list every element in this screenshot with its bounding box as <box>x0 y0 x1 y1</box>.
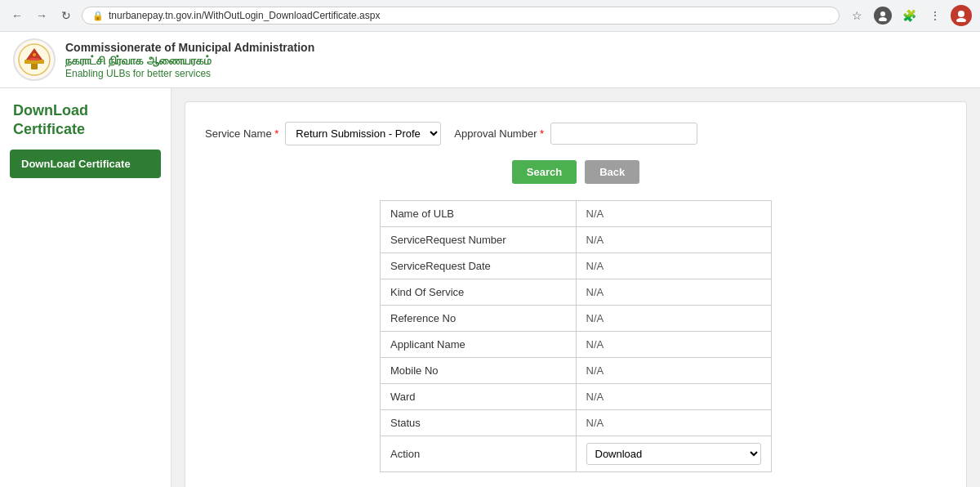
profile-icon-btn[interactable] <box>872 5 893 26</box>
address-bar[interactable]: 🔒 tnurbanepay.tn.gov.in/WithOutLogin_Dow… <box>82 7 840 25</box>
main-content: Service Name * Return Submission - Profe… <box>172 88 980 487</box>
svg-point-9 <box>33 53 36 56</box>
service-name-select[interactable]: Return Submission - Profe <box>285 122 441 145</box>
row-value: N/A <box>576 358 772 384</box>
page-wrapper: DownLoad Certificate DownLoad Certificat… <box>0 88 980 487</box>
refresh-button[interactable]: ↻ <box>57 7 75 25</box>
row-label: Reference No <box>381 306 577 332</box>
tagline: Enabling ULBs for better services <box>65 68 314 79</box>
logo <box>13 38 56 81</box>
buttons-row: Search Back <box>205 160 947 184</box>
svg-rect-5 <box>31 63 38 69</box>
row-value: N/A <box>576 253 772 279</box>
row-value: N/A <box>576 410 772 436</box>
svg-rect-8 <box>29 58 39 60</box>
org-name: Commissionerate of Municipal Administrat… <box>65 41 314 54</box>
row-label: Kind Of Service <box>381 279 577 306</box>
service-name-group: Service Name * Return Submission - Profe <box>205 122 441 145</box>
row-label: Applicant Name <box>381 332 577 358</box>
back-button[interactable]: ← <box>8 7 26 25</box>
table-row: Reference NoN/A <box>381 306 772 332</box>
search-button[interactable]: Search <box>512 160 577 184</box>
table-row: Name of ULBN/A <box>381 201 772 227</box>
back-button[interactable]: Back <box>585 160 639 184</box>
approval-number-group: Approval Number * <box>454 123 697 145</box>
header-text: Commissionerate of Municipal Administrat… <box>65 41 314 79</box>
action-row: Action Download <box>381 436 772 472</box>
row-value: N/A <box>576 227 772 253</box>
table-row: ServiceRequest NumberN/A <box>381 227 772 253</box>
table-row: StatusN/A <box>381 410 772 436</box>
approval-number-label: Approval Number * <box>454 127 544 140</box>
svg-point-3 <box>956 18 966 22</box>
service-name-required: * <box>274 127 278 140</box>
row-label: Name of ULB <box>381 201 577 227</box>
forward-button[interactable]: → <box>33 7 51 25</box>
info-table: Name of ULBN/AServiceRequest NumberN/ASe… <box>380 200 772 472</box>
approval-number-required: * <box>540 127 544 140</box>
sidebar-title: DownLoad Certificate <box>0 101 171 150</box>
row-label: Status <box>381 410 577 436</box>
browser-icons: ☆ 🧩 ⋮ <box>846 5 972 26</box>
table-row: Kind Of ServiceN/A <box>381 279 772 306</box>
row-value: N/A <box>576 201 772 227</box>
action-label: Action <box>381 436 577 472</box>
lock-icon: 🔒 <box>92 11 104 21</box>
bookmark-icon[interactable]: ☆ <box>846 5 867 26</box>
row-value: N/A <box>576 306 772 332</box>
table-row: WardN/A <box>381 384 772 410</box>
row-value: N/A <box>576 279 772 306</box>
download-certificate-sidebar-button[interactable]: DownLoad Certificate <box>10 150 161 178</box>
browser-chrome: ← → ↻ 🔒 tnurbanepay.tn.gov.in/WithOutLog… <box>0 0 980 32</box>
extensions-icon[interactable]: 🧩 <box>898 5 920 26</box>
approval-number-input[interactable] <box>550 123 697 145</box>
svg-point-1 <box>879 17 887 21</box>
content-card: Service Name * Return Submission - Profe… <box>185 101 967 487</box>
tamil-name: நகராட்சி நிர்வாக ஆணையரகம் <box>65 54 314 68</box>
row-value: N/A <box>576 332 772 358</box>
table-row: ServiceRequest DateN/A <box>381 253 772 279</box>
row-label: Ward <box>381 384 577 410</box>
table-row: Mobile NoN/A <box>381 358 772 384</box>
row-label: Mobile No <box>381 358 577 384</box>
svg-point-2 <box>958 11 964 17</box>
header-main: Commissionerate of Municipal Administrat… <box>0 32 980 487</box>
service-name-label: Service Name * <box>205 127 278 140</box>
row-label: ServiceRequest Date <box>381 253 577 279</box>
form-row: Service Name * Return Submission - Profe… <box>205 122 947 145</box>
site-header: Commissionerate of Municipal Administrat… <box>0 32 980 88</box>
sidebar: DownLoad Certificate DownLoad Certificat… <box>0 88 172 487</box>
account-icon[interactable] <box>951 5 972 26</box>
action-select[interactable]: Download <box>586 443 762 465</box>
svg-point-0 <box>880 11 885 16</box>
row-label: ServiceRequest Number <box>381 227 577 253</box>
table-row: Applicant NameN/A <box>381 332 772 358</box>
url-text: tnurbanepay.tn.gov.in/WithOutLogin_Downl… <box>109 10 829 21</box>
row-value: N/A <box>576 384 772 410</box>
settings-icon[interactable]: ⋮ <box>924 5 946 26</box>
